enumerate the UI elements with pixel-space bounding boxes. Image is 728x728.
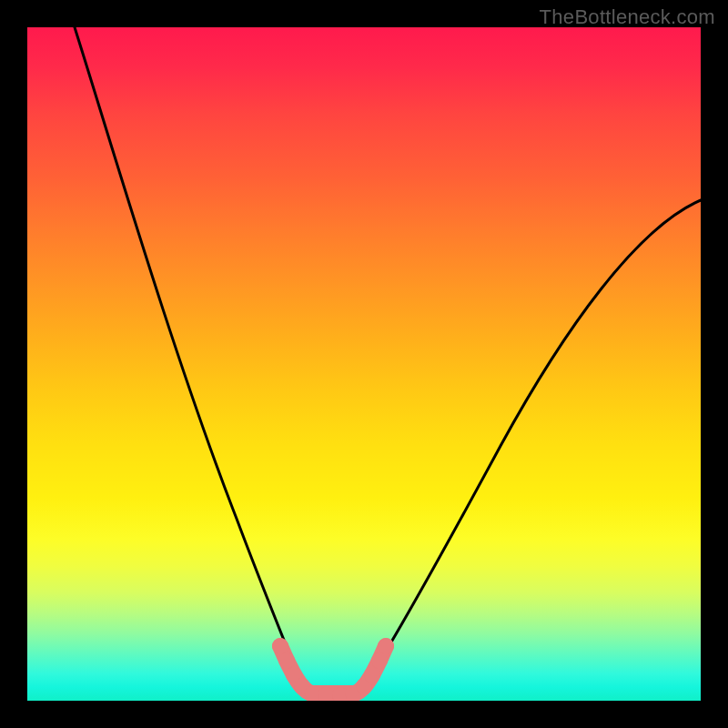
watermark-text: TheBottleneck.com	[540, 5, 715, 29]
svg-point-0	[272, 638, 288, 654]
curve-left	[75, 27, 302, 686]
chart-curves-svg	[27, 27, 701, 701]
svg-point-1	[278, 652, 295, 669]
curve-right	[364, 200, 701, 686]
svg-point-9	[364, 667, 380, 683]
svg-point-10	[371, 652, 388, 669]
chart-plot-area	[27, 27, 701, 701]
svg-point-11	[378, 638, 394, 654]
